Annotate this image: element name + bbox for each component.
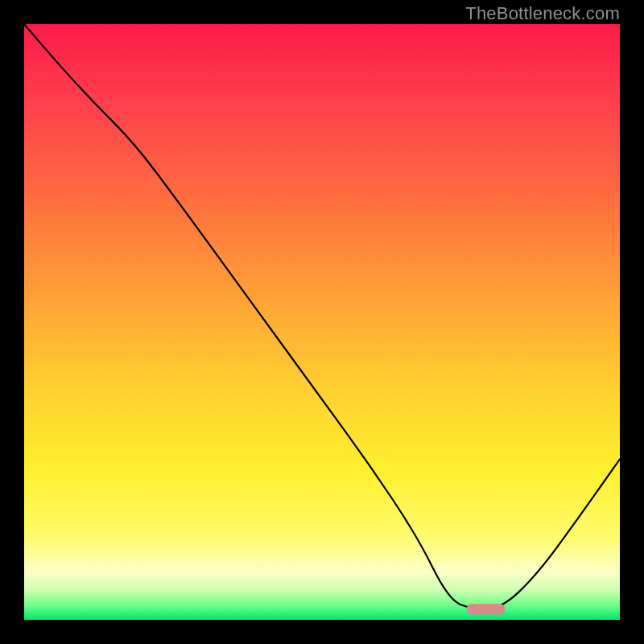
chart-overlay xyxy=(24,24,620,620)
attribution-text: TheBottleneck.com xyxy=(465,3,620,24)
chart-container: TheBottleneck.com xyxy=(0,0,644,644)
bottleneck-curve xyxy=(24,24,620,609)
optimal-marker xyxy=(467,604,506,614)
